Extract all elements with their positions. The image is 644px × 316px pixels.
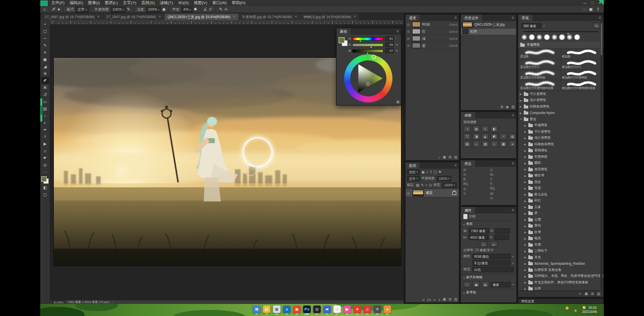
expand-caret-icon[interactable]: ▶: [524, 205, 527, 208]
y-field[interactable]: [494, 235, 509, 240]
history-state[interactable]: 打开: [461, 29, 516, 35]
tool-button[interactable]: T: [41, 133, 49, 140]
adjustment-icon[interactable]: ▥: [472, 126, 480, 132]
tool-button[interactable]: ▱: [41, 147, 49, 154]
brush-preset[interactable]: 柔边圆压力不透明度和流量: [519, 80, 560, 90]
menu-item[interactable]: 窗口(W): [210, 0, 229, 6]
delete-state-icon[interactable]: ▥: [511, 105, 515, 109]
channel-row[interactable]: ⊙ RGB Ctrl+2: [406, 21, 459, 28]
adjustment-icon[interactable]: ◨: [472, 133, 480, 140]
layer-mask-icon[interactable]: ◐: [433, 298, 435, 301]
symmetry-icon[interactable]: ∞: [223, 7, 228, 12]
menu-item[interactable]: 滤镜(T): [157, 0, 176, 6]
document-tab[interactable]: 啊啊(1).jpg @ 14.5%(RGB/8#)✕: [301, 14, 359, 20]
brush-preset[interactable]: 硬边圆压力不透明度和流量: [561, 80, 602, 90]
taskbar-app-icon[interactable]: ⊞: [253, 305, 261, 313]
expand-caret-icon[interactable]: ▶: [524, 130, 527, 133]
brush-folder-row[interactable]: ▶ 电光: [518, 236, 603, 242]
saturation-value[interactable]: 59: [385, 42, 394, 47]
saturation-slider[interactable]: ▲: [352, 43, 383, 47]
adjustment-icon[interactable]: ◔: [500, 133, 507, 140]
canvas-fill-dropdown[interactable]: 白色: [472, 267, 514, 272]
toggle-rulers-button[interactable]: ⌐: [463, 281, 471, 287]
expand-caret-icon[interactable]: ▶: [524, 256, 527, 259]
tool-button[interactable]: #: [41, 49, 49, 56]
taskbar-app-icon[interactable]: ♫: [364, 305, 371, 313]
brush-folder-row[interactable]: ▶ 草甸: [518, 223, 603, 230]
brush-folder-row[interactable]: ▶ 真实画笔: [518, 166, 603, 173]
tool-button[interactable]: ✒: [41, 126, 49, 133]
layer-row[interactable]: ⊙ 背景: [406, 188, 459, 197]
brush-tip-preview[interactable]: [521, 34, 527, 40]
taskbar-app-icon[interactable]: ●: [384, 305, 391, 313]
tab-brushes[interactable]: 画笔: [518, 15, 532, 21]
expand-caret-icon[interactable]: ▶: [524, 231, 527, 234]
search-icon[interactable]: ◌: [583, 7, 586, 12]
brush-preset-icon[interactable]: ✐: [51, 7, 57, 12]
lock-position-icon[interactable]: +: [425, 183, 427, 187]
expand-caret-icon[interactable]: ▶: [524, 287, 527, 290]
history-snapshot[interactable]: QNCL2925+三灵.jpg: [461, 21, 516, 29]
adjustment-icon[interactable]: ▦: [500, 141, 507, 147]
brush-tip-preview[interactable]: [551, 34, 557, 40]
expand-caret-icon[interactable]: ▶: [524, 187, 527, 190]
save-selection-icon[interactable]: ▣: [443, 155, 446, 159]
x-field[interactable]: [495, 228, 510, 234]
expand-caret-icon[interactable]: ▶: [524, 162, 527, 165]
taskbar-app-icon[interactable]: ◉: [293, 305, 301, 313]
portrait-orientation-button[interactable]: ▯: [480, 241, 488, 247]
lock-transparent-icon[interactable]: ▨: [416, 183, 420, 187]
brush-size-slider[interactable]: ▲: [523, 31, 598, 32]
brush-preset[interactable]: 柔边圆压力大小: [519, 59, 560, 69]
tool-button[interactable]: ☛: [41, 154, 49, 161]
delete-brush-icon[interactable]: ▥: [597, 292, 600, 296]
foreground-color-swatch[interactable]: [339, 37, 345, 43]
brush-tip-preview[interactable]: [574, 34, 580, 40]
panel-menu-icon[interactable]: ≡: [597, 15, 603, 21]
adjustment-icon[interactable]: ∿: [481, 126, 489, 132]
new-channel-icon[interactable]: ⊞: [449, 155, 452, 159]
canvas-height-field[interactable]: 4912 像素: [468, 235, 489, 240]
filter-shape-icon[interactable]: ▢: [434, 170, 437, 174]
adjustment-icon[interactable]: ◕: [509, 141, 516, 147]
toggle-grid-button[interactable]: ▦: [472, 281, 480, 287]
new-layer-icon[interactable]: ⊞: [449, 297, 452, 301]
expand-caret-icon[interactable]: ▶: [524, 174, 527, 177]
pressure-size-icon[interactable]: ✎: [218, 7, 223, 12]
color-wheel[interactable]: [344, 54, 392, 102]
brush-tip-preview[interactable]: [529, 34, 535, 40]
visibility-eye-icon[interactable]: ⊙: [407, 37, 411, 40]
adjustment-icon[interactable]: ◭: [481, 133, 489, 140]
menu-item[interactable]: 3D(D): [176, 0, 191, 6]
triangle-marker[interactable]: [366, 82, 370, 86]
delete-layer-icon[interactable]: ▥: [454, 297, 457, 301]
taskbar-app-icon[interactable]: ◎: [313, 305, 321, 313]
brush-folder-row[interactable]: ▶ 常用界面: [518, 154, 603, 160]
brush-folder-row[interactable]: ▶ 湿介质画笔: [518, 97, 603, 104]
flow-dropdown[interactable]: 100%▾: [146, 7, 161, 13]
panel-menu-icon[interactable]: ≡: [452, 162, 459, 169]
expand-caret-icon[interactable]: ▶: [524, 199, 527, 202]
tab-layers[interactable]: 图层: [406, 162, 420, 169]
expand-caret-icon[interactable]: ▶: [524, 143, 527, 146]
expand-caret-icon[interactable]: ▶: [524, 212, 527, 215]
brush-folder-row[interactable]: ▶ 干介质画笔: [518, 129, 603, 135]
tab-channels[interactable]: 通道: [406, 15, 420, 21]
tool-button[interactable]: ⊕: [41, 70, 49, 77]
expand-caret-icon[interactable]: ▶: [520, 112, 522, 115]
brush-folder-row[interactable]: ▶ 常见古风纹样、发丝CG画笔笔刷素材: [518, 279, 603, 286]
panel-menu-icon[interactable]: ≡: [510, 112, 516, 119]
menu-item[interactable]: 选择(S): [139, 0, 157, 6]
document-tab[interactable]: 27_0667.jpg @ 16.7%(RGB/8#)✕: [42, 14, 103, 20]
menu-item[interactable]: 视图(V): [191, 0, 210, 6]
tool-button[interactable]: ✎: [41, 42, 49, 49]
visibility-eye-icon[interactable]: ⊙: [407, 30, 411, 33]
channel-row[interactable]: ⊙ 绿 Ctrl+4: [406, 35, 459, 42]
expand-caret-icon[interactable]: ▼: [520, 118, 522, 121]
tool-button[interactable]: ◎: [41, 161, 49, 168]
brush-preset[interactable]: 硬边圆压力不透明度: [561, 70, 602, 80]
expand-caret-icon[interactable]: ▶: [524, 124, 527, 127]
tool-button[interactable]: ∽: [41, 35, 49, 42]
tool-button[interactable]: ⌘: [41, 84, 49, 91]
menu-item[interactable]: 帮助(H): [229, 0, 248, 6]
